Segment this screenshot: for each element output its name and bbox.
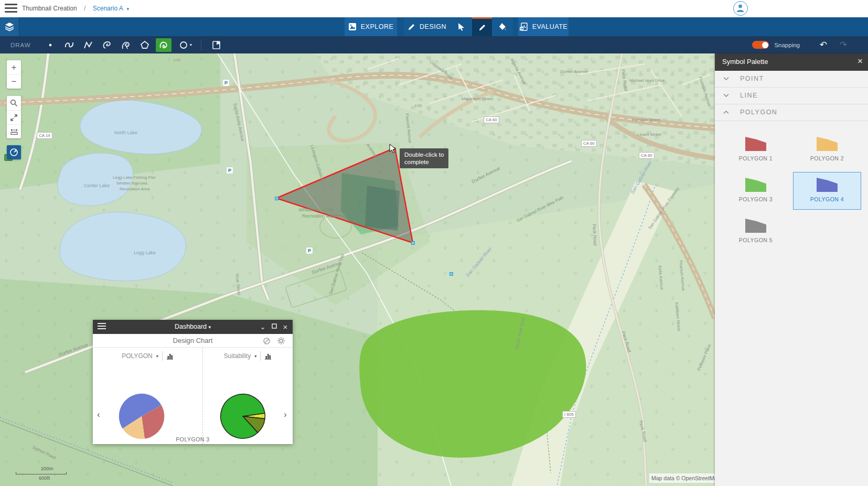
chart-selector-right-label[interactable]: Suitability	[224, 352, 251, 360]
explore-icon	[348, 23, 357, 31]
bar-chart-icon[interactable]	[166, 353, 174, 360]
dashboard-toggle-button[interactable]	[7, 145, 21, 159]
lasso-icon	[102, 40, 112, 50]
dashboard-titlebar[interactable]: Dashboard ▾ ⌄ ×	[93, 320, 293, 334]
chart-selector-left: POLYGON ▾	[93, 351, 202, 361]
tab-explore[interactable]: EXPLORE	[345, 17, 397, 36]
polygon-swatch	[817, 178, 838, 192]
mode-navbar: EXPLORE DESIGN EVALUATE	[0, 17, 868, 36]
dashboard-title-label: Dashboard	[175, 323, 207, 330]
snapping-label: Snapping	[774, 42, 800, 48]
draw-toolbar-label: DRAW	[10, 42, 31, 48]
map-toolbox	[7, 96, 21, 138]
user-avatar[interactable]	[733, 1, 748, 16]
chevron-down-icon: ▾	[190, 42, 192, 47]
vertex-handle[interactable]	[275, 197, 278, 200]
visibility-off-icon[interactable]	[263, 337, 271, 345]
breadcrumb-project[interactable]: Thumbnail Creation	[22, 5, 77, 12]
measure-icon	[10, 128, 18, 135]
lasso-tail-icon	[121, 40, 131, 50]
polygon-swatch-label: POLYGON 5	[722, 237, 789, 243]
tab-design[interactable]: DESIGN	[404, 17, 450, 36]
scale-feet: 600ft	[16, 475, 67, 481]
symbol-polygon-1[interactable]: POLYGON 1	[722, 131, 790, 169]
polyline-icon	[83, 40, 93, 50]
search-button[interactable]	[7, 96, 21, 110]
section-point[interactable]: POINT	[715, 71, 868, 88]
breadcrumb: Thumbnail Creation / Scenario A ▾	[22, 5, 129, 12]
maximize-icon	[272, 323, 277, 329]
paint-bucket-icon	[498, 23, 507, 31]
tab-design-label: DESIGN	[420, 23, 446, 30]
section-polygon[interactable]: POLYGON	[715, 104, 868, 121]
toggle-knob	[762, 42, 768, 48]
gear-icon[interactable]	[277, 337, 285, 345]
point-tool[interactable]	[42, 38, 58, 52]
pie-chart-polygon[interactable]	[117, 392, 166, 442]
dashboard-body: POLYGON ▾ Suitability ▾	[93, 348, 293, 444]
map-notes-tool[interactable]	[209, 38, 224, 52]
close-icon[interactable]: ×	[858, 56, 863, 67]
extent-button[interactable]	[7, 110, 21, 124]
close-button[interactable]: ×	[281, 322, 290, 332]
report-magnifier-icon	[519, 23, 528, 31]
measure-button[interactable]	[7, 124, 21, 138]
select-tool-button[interactable]	[450, 17, 472, 36]
tab-evaluate[interactable]: EVALUATE	[518, 17, 569, 36]
map-attribution: Map data © OpenStreetMap cont	[649, 473, 715, 483]
freehand-loop-tool[interactable]	[99, 38, 115, 52]
chart-next-arrow[interactable]: ›	[284, 409, 287, 420]
zoom-out-button[interactable]: −	[7, 74, 21, 89]
menu-icon[interactable]	[5, 4, 17, 14]
section-point-label: POINT	[740, 75, 764, 82]
draw-tool-button-active[interactable]	[472, 17, 492, 36]
chart-prev-arrow[interactable]: ‹	[97, 409, 100, 420]
polygon-swatch-label: POLYGON 4	[794, 196, 861, 202]
app-header: Thumbnail Creation / Scenario A ▾	[0, 0, 868, 17]
polyline-tool[interactable]	[80, 38, 96, 52]
circle-tool-dropdown[interactable]: ▾	[175, 38, 197, 52]
redo-button[interactable]: ↷	[840, 39, 847, 50]
chevron-down-icon[interactable]: ▾	[156, 354, 158, 359]
pentagon-icon	[140, 40, 149, 50]
tab-evaluate-label: EVALUATE	[532, 23, 567, 30]
scenario-label: Scenario A	[93, 5, 123, 12]
chevron-down-icon[interactable]: ▾	[254, 354, 256, 359]
freehand-line-tool[interactable]	[61, 38, 77, 52]
bar-chart-icon[interactable]	[264, 353, 272, 360]
circle-icon	[179, 40, 189, 50]
chevron-down-icon	[723, 77, 729, 81]
design-chart-header: Design Chart	[93, 334, 293, 348]
symbol-polygon-3[interactable]: POLYGON 3	[722, 172, 790, 210]
section-line[interactable]: LINE	[715, 88, 868, 104]
zoom-control: + −	[7, 60, 21, 89]
map-icon	[212, 40, 221, 50]
polygon-swatch	[745, 137, 766, 151]
vertex-handle[interactable]	[449, 272, 453, 276]
vertex-handle[interactable]	[411, 241, 415, 245]
symbol-palette-title: Symbol Palette	[722, 58, 768, 66]
scenario-dropdown[interactable]: Scenario A ▾	[93, 5, 129, 12]
map-canvas[interactable]: North LakeCenter LakeLegg LakeLegg Lake …	[0, 53, 715, 486]
pie-chart-suitability[interactable]	[219, 393, 266, 442]
chart-selector-left-label[interactable]: POLYGON	[122, 352, 152, 360]
breadcrumb-separator: /	[84, 5, 85, 12]
polygon-swatch	[745, 219, 766, 233]
symbol-polygon-5[interactable]: POLYGON 5	[722, 213, 790, 251]
freehand-polygon-tool-active[interactable]	[156, 38, 172, 52]
section-line-label: LINE	[740, 92, 758, 99]
layers-button[interactable]	[0, 17, 19, 36]
fill-tool-button[interactable]	[492, 17, 513, 36]
maximize-button[interactable]	[270, 322, 279, 332]
symbol-polygon-2[interactable]: POLYGON 2	[793, 131, 861, 169]
zoom-in-button[interactable]: +	[7, 60, 21, 74]
person-icon	[734, 2, 747, 15]
polygon-symbol-grid: POLYGON 1POLYGON 2POLYGON 3POLYGON 4POLY…	[720, 129, 863, 252]
snapping-toggle[interactable]	[752, 41, 769, 49]
symbol-polygon-4[interactable]: POLYGON 4	[793, 172, 861, 210]
freehand-loop-tail-tool[interactable]	[118, 38, 134, 52]
collapse-button[interactable]: ⌄	[258, 322, 267, 332]
undo-button[interactable]: ↶	[820, 39, 827, 50]
symbol-palette-header: Symbol Palette ×	[715, 53, 868, 71]
polygon-tool[interactable]	[137, 38, 153, 52]
